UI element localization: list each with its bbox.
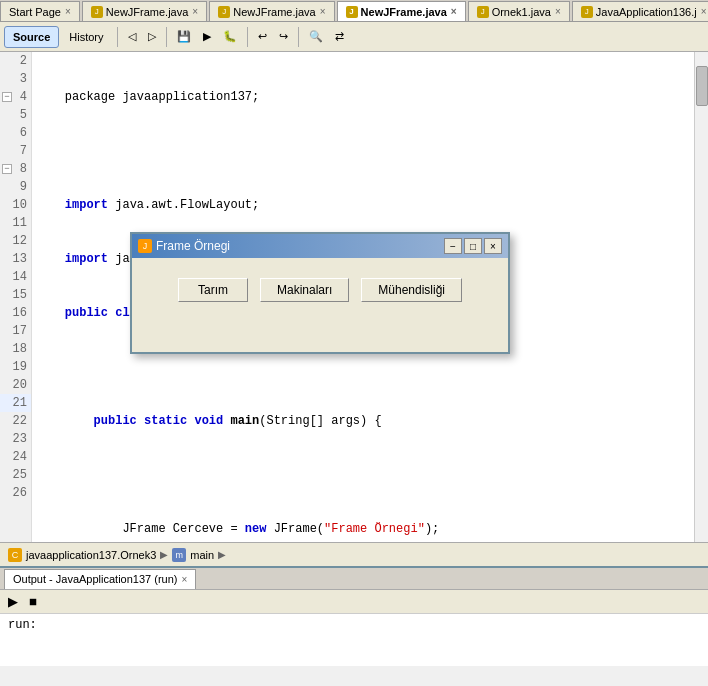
tab-newjframe-3[interactable]: J NewJFrame.java × — [337, 1, 466, 21]
bottom-class-icon: C — [8, 548, 22, 562]
dialog-minimize-btn[interactable]: − — [444, 238, 462, 254]
tab-newjframe-1-label: NewJFrame.java — [106, 6, 189, 18]
toolbar-separator-3 — [247, 27, 248, 47]
toolbar-separator-2 — [166, 27, 167, 47]
line-num-2: 2 — [0, 52, 31, 70]
toolbar-search-btn[interactable]: 🔍 — [304, 25, 328, 49]
line-num-26: 26 — [0, 484, 31, 502]
output-panel: Output - JavaApplication137 (run) × ▶ ■ … — [0, 566, 708, 666]
java-icon-3: J — [346, 6, 358, 18]
line-num-18: 18 — [0, 340, 31, 358]
line-num-7: 7 — [0, 142, 31, 160]
line-num-25: 25 — [0, 466, 31, 484]
line-num-6: 6 — [0, 124, 31, 142]
bottom-method-icon: m — [172, 548, 186, 562]
bottom-method-name[interactable]: main — [190, 549, 214, 561]
tab-newjframe-2[interactable]: J NewJFrame.java × — [209, 1, 334, 21]
java-icon-1: J — [91, 6, 103, 18]
line-num-12: 12 — [0, 232, 31, 250]
dialog-title-area: J Frame Örnegi — [138, 239, 230, 253]
fold-marker-8[interactable]: − — [2, 164, 12, 174]
output-stop-btn[interactable]: ■ — [24, 593, 42, 611]
line-num-15: 15 — [0, 286, 31, 304]
nav-arrow-1: ▶ — [160, 549, 168, 560]
toolbar-back-btn[interactable]: ◁ — [123, 25, 141, 49]
output-tab[interactable]: Output - JavaApplication137 (run) × — [4, 569, 196, 589]
toolbar-separator-4 — [298, 27, 299, 47]
tab-newjframe-1[interactable]: J NewJFrame.java × — [82, 1, 207, 21]
output-content: run: — [0, 614, 708, 636]
scrollbar-thumb[interactable] — [696, 66, 708, 106]
editor-area: 2 3 − 4 5 6 7 − 8 9 10 11 12 13 14 15 16… — [0, 52, 708, 542]
line-num-3: 3 — [0, 70, 31, 88]
line-num-9: 9 — [0, 178, 31, 196]
source-tab[interactable]: Source — [4, 26, 59, 48]
java-icon-2: J — [218, 6, 230, 18]
line-numbers: 2 3 − 4 5 6 7 − 8 9 10 11 12 13 14 15 16… — [0, 52, 32, 542]
dialog-controls: − □ × — [444, 238, 502, 254]
tab-newjframe-3-label: NewJFrame.java — [361, 6, 447, 18]
bottom-class-name[interactable]: javaapplication137.Ornek3 — [26, 549, 156, 561]
source-tab-label: Source — [13, 31, 50, 43]
dialog-icon: J — [138, 239, 152, 253]
history-tab-label: History — [69, 31, 103, 43]
line-num-24: 24 — [0, 448, 31, 466]
tab-bar: Start Page × J NewJFrame.java × J NewJFr… — [0, 0, 708, 22]
tab-newjframe-1-close[interactable]: × — [192, 6, 198, 17]
tab-javaapp136[interactable]: J JavaApplication136.j × — [572, 1, 708, 21]
toolbar-redo-btn[interactable]: ↪ — [274, 25, 293, 49]
toolbar-undo-btn[interactable]: ↩ — [253, 25, 272, 49]
toolbar: Source History ◁ ▷ 💾 ▶ 🐛 ↩ ↪ 🔍 ⇄ — [0, 22, 708, 52]
frame-dialog: J Frame Örnegi − □ × Tarım Makinaları Mü… — [130, 232, 510, 354]
dialog-muhendisligi-btn[interactable]: Mühendisliği — [361, 278, 462, 302]
tab-newjframe-2-close[interactable]: × — [320, 6, 326, 17]
tab-ornek1-label: Ornek1.java — [492, 6, 551, 18]
dialog-close-btn[interactable]: × — [484, 238, 502, 254]
tab-start-page[interactable]: Start Page × — [0, 1, 80, 21]
history-tab[interactable]: History — [61, 26, 111, 48]
output-tab-close[interactable]: × — [181, 574, 187, 585]
tab-javaapp136-close[interactable]: × — [701, 6, 707, 17]
code-line-4: import java.awt.FlowLayout; — [36, 196, 690, 214]
tab-newjframe-2-label: NewJFrame.java — [233, 6, 316, 18]
code-line-8: public static void main(String[] args) { — [36, 412, 690, 430]
line-num-13: 13 — [0, 250, 31, 268]
code-line-2: package javaapplication137; — [36, 88, 690, 106]
dialog-maximize-btn[interactable]: □ — [464, 238, 482, 254]
toolbar-save-btn[interactable]: 💾 — [172, 25, 196, 49]
dialog-title-text: Frame Örnegi — [156, 239, 230, 253]
toolbar-replace-btn[interactable]: ⇄ — [330, 25, 349, 49]
java-icon-5: J — [581, 6, 593, 18]
output-header: Output - JavaApplication137 (run) × — [0, 568, 708, 590]
line-num-14: 14 — [0, 268, 31, 286]
toolbar-debug-btn[interactable]: 🐛 — [218, 25, 242, 49]
tab-start-close[interactable]: × — [65, 6, 71, 17]
java-icon-4: J — [477, 6, 489, 18]
output-toolbar: ▶ ■ — [0, 590, 708, 614]
line-num-21: 21 — [0, 394, 31, 412]
nav-arrow-2: ▶ — [218, 549, 226, 560]
line-num-17: 17 — [0, 322, 31, 340]
tab-newjframe-3-close[interactable]: × — [451, 6, 457, 17]
toolbar-forward-btn[interactable]: ▷ — [143, 25, 161, 49]
line-num-19: 19 — [0, 358, 31, 376]
line-num-4: − 4 — [0, 88, 31, 106]
output-run-label: run: — [8, 618, 37, 632]
tab-start-page-label: Start Page — [9, 6, 61, 18]
code-line-7 — [36, 358, 690, 376]
fold-marker-4[interactable]: − — [2, 92, 12, 102]
bottom-nav: C javaapplication137.Ornek3 ▶ m main ▶ — [0, 542, 708, 566]
line-num-22: 22 — [0, 412, 31, 430]
toolbar-run-btn[interactable]: ▶ — [198, 25, 216, 49]
dialog-makinaları-btn[interactable]: Makinaları — [260, 278, 349, 302]
line-num-8: − 8 — [0, 160, 31, 178]
tab-ornek1-close[interactable]: × — [555, 6, 561, 17]
tab-javaapp136-label: JavaApplication136.j — [596, 6, 697, 18]
line-num-20: 20 — [0, 376, 31, 394]
dialog-tarim-btn[interactable]: Tarım — [178, 278, 248, 302]
vertical-scrollbar[interactable] — [694, 52, 708, 542]
toolbar-separator-1 — [117, 27, 118, 47]
tab-ornek1[interactable]: J Ornek1.java × — [468, 1, 570, 21]
line-num-10: 10 — [0, 196, 31, 214]
output-run-btn[interactable]: ▶ — [4, 593, 22, 611]
